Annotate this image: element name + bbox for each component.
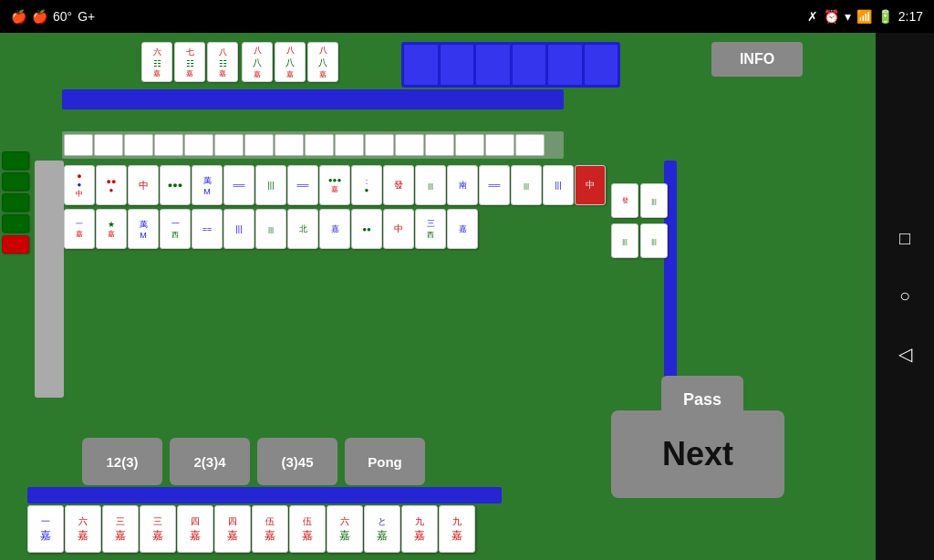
player-tile[interactable]: 伍嘉 bbox=[289, 505, 326, 553]
tile-group: 八八嘉 八八嘉 八八嘉 bbox=[242, 42, 338, 82]
player-tile[interactable]: 六嘉 bbox=[65, 505, 101, 553]
tile[interactable]: ●●●嘉 bbox=[319, 165, 350, 205]
grey-tile bbox=[64, 134, 93, 156]
tile: 八八嘉 bbox=[307, 42, 338, 82]
tile bbox=[2, 151, 29, 170]
right-player-tiles: 發 ||| ||| ||| bbox=[611, 183, 668, 258]
fd-tile bbox=[475, 44, 511, 86]
tile[interactable]: 萬M bbox=[192, 165, 223, 205]
tile: 八八嘉 bbox=[275, 42, 306, 82]
player-tile[interactable]: 九嘉 bbox=[401, 505, 438, 553]
left-col-bar bbox=[35, 161, 64, 398]
tile[interactable]: 一嘉 bbox=[64, 209, 95, 249]
tile[interactable]: ●●中 bbox=[64, 165, 95, 205]
next-button[interactable]: Next bbox=[611, 410, 784, 498]
grey-tile bbox=[244, 134, 274, 156]
tile-row-2: 一嘉 ★嘉 萬M 一西 == ||| ||| 北 嘉 ●● 中 三西 嘉 bbox=[64, 209, 478, 249]
tile[interactable]: ══ bbox=[479, 165, 510, 205]
tile[interactable]: ||| bbox=[415, 165, 446, 205]
fd-tile bbox=[403, 44, 439, 86]
fd-tile bbox=[440, 44, 475, 86]
player-tile[interactable]: 三嘉 bbox=[140, 505, 176, 553]
tile[interactable]: 三西 bbox=[415, 209, 446, 249]
info-button[interactable]: INFO bbox=[711, 42, 803, 77]
tile[interactable]: ●●● bbox=[96, 165, 127, 205]
tile[interactable]: 南 bbox=[447, 165, 478, 205]
tile[interactable]: ══ bbox=[287, 165, 318, 205]
tile[interactable]: 發 bbox=[383, 165, 414, 205]
btn-3-45[interactable]: (3)45 bbox=[257, 438, 337, 485]
status-right: ✗ ⏰ ▾ 📶 🔋 2:17 bbox=[807, 9, 923, 24]
tile[interactable]: ══ bbox=[223, 165, 254, 205]
grey-tile bbox=[94, 134, 123, 156]
opponent-blue-bar bbox=[62, 89, 564, 109]
temperature: 60° bbox=[53, 9, 72, 24]
tile[interactable]: ●● bbox=[351, 209, 382, 249]
grey-tile bbox=[485, 134, 514, 156]
tile[interactable]: ||| bbox=[223, 209, 254, 249]
player-hand: 一嘉 六嘉 三嘉 三嘉 四嘉 四嘉 伍嘉 伍嘉 六嘉 と嘉 九嘉 bbox=[27, 505, 475, 553]
top-shown-group-1: 六☷嘉 七☷嘉 八☷嘉 bbox=[141, 42, 238, 82]
tile-group: 六☷嘉 七☷嘉 八☷嘉 bbox=[141, 42, 238, 82]
tile[interactable]: ★嘉 bbox=[96, 209, 127, 249]
grey-tile bbox=[154, 134, 183, 156]
grey-tile bbox=[455, 134, 484, 156]
player-tile[interactable]: と嘉 bbox=[364, 505, 400, 553]
tile[interactable]: 中 bbox=[575, 165, 606, 205]
tile[interactable]: ||| bbox=[255, 209, 286, 249]
tile: 發 bbox=[611, 183, 638, 218]
status-bar: 🍎 🍎 60° G+ ✗ ⏰ ▾ 📶 🔋 2:17 bbox=[0, 0, 934, 33]
tile: ||| bbox=[640, 223, 668, 258]
apple-icon-1: 🍎 bbox=[11, 9, 26, 24]
nav-square[interactable]: □ bbox=[899, 228, 910, 249]
tile: ||| bbox=[640, 183, 668, 218]
tile[interactable]: 嘉 bbox=[319, 209, 350, 249]
tile: ||| bbox=[611, 223, 638, 258]
fd-tile bbox=[584, 44, 619, 86]
player-tile[interactable]: 四嘉 bbox=[177, 505, 213, 553]
nav-circle[interactable]: ○ bbox=[899, 285, 910, 306]
grey-tile bbox=[214, 134, 244, 156]
nav-back[interactable]: ◁ bbox=[898, 343, 912, 365]
player-tile[interactable]: 六嘉 bbox=[327, 505, 363, 553]
tile: 七☷嘉 bbox=[174, 42, 205, 82]
gplus-icon: G+ bbox=[78, 9, 95, 24]
btn-pong[interactable]: Pong bbox=[345, 438, 425, 485]
grey-tile bbox=[395, 134, 424, 156]
tile[interactable]: ||| bbox=[255, 165, 286, 205]
player-tile[interactable]: 三嘉 bbox=[102, 505, 139, 553]
tile[interactable]: 中 bbox=[383, 209, 414, 249]
tile[interactable]: 嘉 bbox=[447, 209, 478, 249]
player-tile[interactable]: 九嘉 bbox=[439, 505, 475, 553]
grey-tile bbox=[275, 134, 304, 156]
tile[interactable]: == bbox=[192, 209, 223, 249]
btn-2-3-4[interactable]: 2(3)4 bbox=[170, 438, 250, 485]
android-nav-bar: □ ○ ◁ bbox=[876, 33, 934, 560]
game-area: INFO 六☷嘉 七☷嘉 八☷嘉 八八嘉 八八嘉 bbox=[0, 33, 876, 560]
grey-tile bbox=[305, 134, 334, 156]
tile bbox=[2, 193, 29, 212]
status-left: 🍎 🍎 60° G+ bbox=[11, 9, 95, 24]
signal-icon: ▾ bbox=[845, 9, 851, 24]
player-tile[interactable]: 一嘉 bbox=[27, 505, 64, 553]
battery-icon: 🔋 bbox=[877, 9, 893, 24]
tile-row-1: ●●中 ●●● 中 ●●● 萬M ══ ||| ══ ●●●嘉 :● 發 |||… bbox=[64, 165, 606, 205]
player-hand-bar bbox=[27, 487, 502, 503]
left-player-tiles bbox=[2, 151, 29, 254]
tile[interactable]: ||| bbox=[543, 165, 574, 205]
tile[interactable]: ●●● bbox=[160, 165, 191, 205]
tile: 八八嘉 bbox=[242, 42, 273, 82]
alarm-icon: ⏰ bbox=[824, 9, 839, 24]
opponent-top-face-down bbox=[401, 42, 620, 88]
tile[interactable]: :● bbox=[351, 165, 382, 205]
tile[interactable]: 一西 bbox=[160, 209, 191, 249]
tile[interactable]: ||| bbox=[511, 165, 542, 205]
top-shown-group-2: 八八嘉 八八嘉 八八嘉 bbox=[242, 42, 338, 82]
tile[interactable]: 北 bbox=[287, 209, 318, 249]
tile[interactable]: 萬M bbox=[128, 209, 159, 249]
player-tile[interactable]: 伍嘉 bbox=[252, 505, 288, 553]
grey-tile bbox=[184, 134, 213, 156]
player-tile[interactable]: 四嘉 bbox=[214, 505, 251, 553]
btn-12-3[interactable]: 12(3) bbox=[82, 438, 162, 485]
tile[interactable]: 中 bbox=[128, 165, 159, 205]
